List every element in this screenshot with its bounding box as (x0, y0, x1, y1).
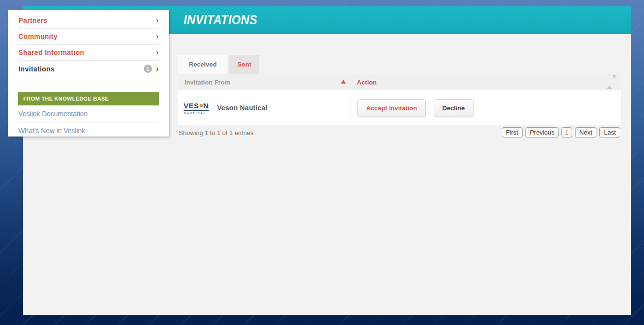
divider (178, 45, 621, 45)
veson-nautical-logo: VES N NAUTICAL (184, 102, 212, 115)
pagination-last-button[interactable]: Last (599, 127, 620, 137)
tab-bar: Received Sent (178, 55, 259, 74)
sidebar-item-label: Invitations (18, 65, 144, 73)
sort-icon (607, 78, 617, 86)
pagination: First Previous 1 Next Last (502, 127, 620, 137)
logo-o-ring-icon (200, 104, 203, 107)
navigation-menu-panel: Partners › Community › Shared Informatio… (8, 10, 169, 137)
chevron-right-icon: › (156, 66, 159, 72)
column-header-action[interactable]: Action (351, 74, 621, 90)
sidebar-item-community[interactable]: Community › (18, 29, 159, 45)
accept-invitation-button[interactable]: Accept Invitation (357, 99, 426, 117)
invitations-count-badge: 1 (144, 65, 152, 73)
decline-button[interactable]: Decline (434, 99, 474, 117)
chevron-right-icon: › (156, 50, 159, 55)
entries-summary: Showing 1 to 1 of 1 entries (179, 129, 254, 137)
sidebar-item-partners[interactable]: Partners › (18, 13, 159, 29)
navigation-menu: Partners › Community › Shared Informatio… (8, 10, 169, 77)
sidebar-item-label: Shared Information (18, 49, 156, 56)
chevron-right-icon: › (156, 17, 159, 23)
tab-received[interactable]: Received (178, 55, 227, 74)
pagination-previous-button[interactable]: Previous (525, 127, 559, 137)
sidebar-item-shared-information[interactable]: Shared Information › (18, 45, 159, 61)
sidebar-item-label: Partners (18, 17, 156, 24)
logo-text-n: N (203, 102, 209, 110)
knowledge-base-header: FROM THE KNOWLEDGE BASE (18, 92, 159, 105)
column-header-label: Invitation From (185, 79, 230, 86)
column-header-invitation-from[interactable]: Invitation From (178, 74, 351, 90)
sort-ascending-icon (341, 80, 346, 84)
logo-wordmark: VES N (184, 102, 209, 111)
invitations-section: Received Sent Invitation From Action (178, 34, 621, 315)
column-header-label: Action (357, 79, 376, 86)
chevron-right-icon: › (156, 34, 159, 39)
pagination-first-button[interactable]: First (502, 127, 523, 137)
link-veslink-documentation[interactable]: Veslink Documentation (18, 105, 159, 122)
sidebar-item-invitations[interactable]: Invitations 1 › (18, 61, 159, 77)
pagination-next-button[interactable]: Next (575, 127, 597, 137)
link-whats-new-in-veslink[interactable]: What's New in Veslink (18, 122, 159, 139)
table-header: Invitation From Action (178, 74, 621, 90)
invitation-from-cell: VES N NAUTICAL Veson Nautical (178, 90, 351, 125)
logo-subtext: NAUTICAL (184, 112, 212, 115)
table-row: VES N NAUTICAL Veson Nautical Accept Inv… (178, 90, 621, 125)
page-title: INVITATIONS (184, 6, 257, 34)
action-cell: Accept Invitation Decline (351, 90, 621, 125)
company-name: Veson Nautical (217, 104, 268, 112)
sidebar-item-label: Community (18, 33, 156, 40)
logo-text-ves: VES (184, 102, 199, 110)
tab-sent[interactable]: Sent (229, 55, 259, 74)
pagination-page-1-button[interactable]: 1 (561, 127, 572, 137)
